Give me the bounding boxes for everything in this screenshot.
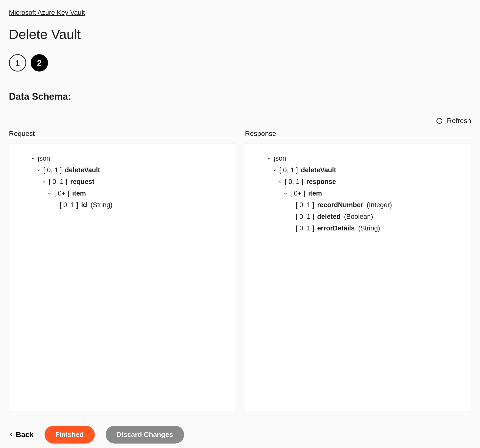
tree-node-item[interactable]: [ 0+ ] item — [15, 188, 229, 199]
request-panel: json [ 0, 1 ] deleteVault [ 0, 1 ] reque… — [9, 144, 235, 411]
tree-node-label: errorDetails — [317, 224, 355, 232]
cardinality: [ 0, 1 ] — [296, 224, 314, 232]
tree-node-id[interactable]: [ 0, 1 ] id (String) — [15, 199, 229, 211]
tree-node-label: item — [308, 190, 322, 197]
tree-node-label: request — [70, 178, 95, 186]
chevron-down-icon[interactable] — [266, 156, 272, 161]
cardinality: [ 0, 1 ] — [49, 178, 67, 186]
cardinality: [ 0, 1 ] — [296, 213, 314, 221]
cardinality: [ 0, 1 ] — [43, 166, 62, 174]
step-2[interactable]: 2 — [31, 54, 48, 72]
tree-node-label: json — [38, 155, 50, 162]
tree-node-json[interactable]: json — [251, 153, 465, 164]
chevron-down-icon[interactable] — [41, 179, 47, 185]
page-title: Delete Vault — [9, 26, 471, 42]
finished-button[interactable]: Finished — [45, 426, 95, 444]
tree-node-label: deleteVault — [65, 166, 100, 174]
tree-node-item[interactable]: [ 0+ ] item — [251, 188, 465, 199]
chevron-down-icon[interactable] — [277, 179, 283, 185]
tree-node-type: (Integer) — [367, 201, 392, 209]
discard-changes-button[interactable]: Discard Changes — [106, 426, 184, 444]
tree-node-label: deleted — [317, 213, 341, 221]
footer-actions: Back Finished Discard Changes — [9, 426, 471, 444]
step-connector — [26, 63, 31, 63]
tree-node-recordnumber[interactable]: [ 0, 1 ] recordNumber (Integer) — [251, 199, 465, 211]
breadcrumb-link[interactable]: Microsoft Azure Key Vault — [9, 9, 85, 17]
cardinality: [ 0+ ] — [290, 190, 305, 197]
refresh-icon — [436, 117, 443, 124]
step-1[interactable]: 1 — [9, 54, 26, 72]
tree-node-label: item — [72, 190, 86, 197]
back-label: Back — [16, 430, 34, 439]
tree-node-response[interactable]: [ 0, 1 ] response — [251, 176, 465, 188]
cardinality: [ 0, 1 ] — [279, 166, 298, 174]
cardinality: [ 0, 1 ] — [60, 201, 78, 209]
stepper: 1 2 — [9, 54, 471, 72]
section-heading: Data Schema: — [9, 91, 471, 102]
tree-node-deletevault[interactable]: [ 0, 1 ] deleteVault — [251, 164, 465, 176]
request-panel-label: Request — [9, 130, 235, 138]
tree-node-type: (String) — [358, 224, 380, 232]
chevron-down-icon[interactable] — [36, 168, 41, 173]
chevron-down-icon[interactable] — [272, 168, 277, 173]
chevron-down-icon[interactable] — [283, 191, 288, 196]
tree-node-request[interactable]: [ 0, 1 ] request — [15, 176, 229, 188]
refresh-button[interactable]: Refresh — [9, 117, 471, 125]
response-panel: json [ 0, 1 ] deleteVault [ 0, 1 ] respo… — [245, 144, 471, 411]
tree-node-errordetails[interactable]: [ 0, 1 ] errorDetails (String) — [251, 223, 465, 234]
chevron-down-icon[interactable] — [30, 156, 36, 161]
tree-node-label: recordNumber — [317, 201, 363, 209]
tree-node-label: deleteVault — [301, 166, 336, 174]
cardinality: [ 0, 1 ] — [296, 201, 314, 209]
tree-node-deletevault[interactable]: [ 0, 1 ] deleteVault — [15, 164, 229, 176]
tree-node-json[interactable]: json — [15, 153, 229, 164]
cardinality: [ 0+ ] — [54, 190, 69, 197]
tree-node-type: (String) — [91, 201, 113, 209]
tree-node-type: (Boolean) — [344, 213, 373, 221]
tree-node-label: json — [274, 155, 286, 162]
chevron-down-icon[interactable] — [47, 191, 52, 196]
back-button[interactable]: Back — [9, 430, 34, 439]
cardinality: [ 0, 1 ] — [285, 178, 303, 186]
chevron-left-icon — [9, 431, 13, 438]
response-panel-label: Response — [245, 130, 471, 138]
tree-node-label: id — [81, 201, 87, 209]
tree-node-deleted[interactable]: [ 0, 1 ] deleted (Boolean) — [251, 211, 465, 223]
refresh-label: Refresh — [447, 117, 471, 125]
tree-node-label: response — [306, 178, 336, 186]
